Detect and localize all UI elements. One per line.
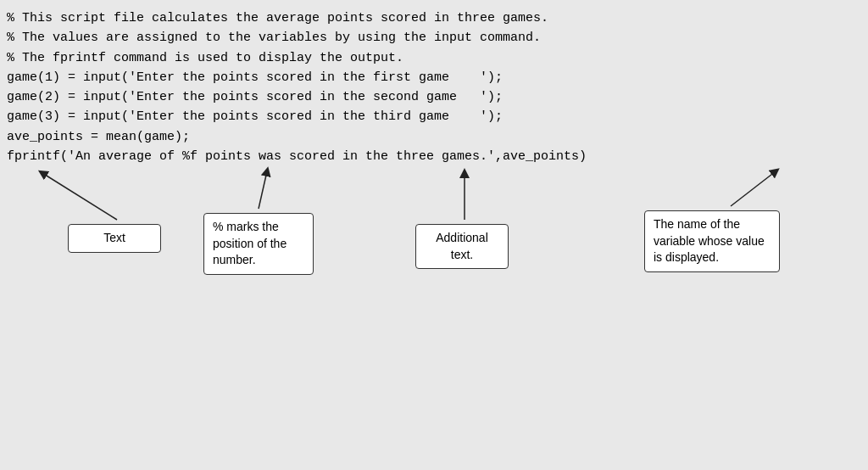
code-line-4: game(1) = input('Enter the points scored…	[7, 68, 861, 87]
annotation-additional-box: Additional text.	[415, 224, 509, 269]
annotation-text-box: Text	[68, 224, 161, 253]
code-line-7: ave_points = mean(game);	[7, 127, 861, 147]
code-line-5: game(2) = input('Enter the points scored…	[7, 87, 861, 107]
code-line-8: fprintf('An average of %f points was sco…	[7, 147, 861, 166]
annotation-percent-box: % marks the position of the number.	[203, 213, 314, 275]
code-line-1: % This script file calculates the averag…	[7, 8, 861, 28]
code-line-6: game(3) = input('Enter the points scored…	[7, 107, 861, 126]
code-area: % This script file calculates the averag…	[0, 0, 868, 166]
annotation-area: Text % marks the position of the number.…	[0, 166, 868, 336]
code-line-2: % The values are assigned to the variabl…	[7, 28, 861, 48]
svg-line-1	[259, 171, 267, 209]
code-line-3: % The fprintf command is used to display…	[7, 48, 861, 68]
svg-line-3	[731, 171, 776, 206]
svg-line-0	[42, 173, 117, 220]
annotation-variable-box: The name of the variable whose value is …	[644, 210, 780, 272]
